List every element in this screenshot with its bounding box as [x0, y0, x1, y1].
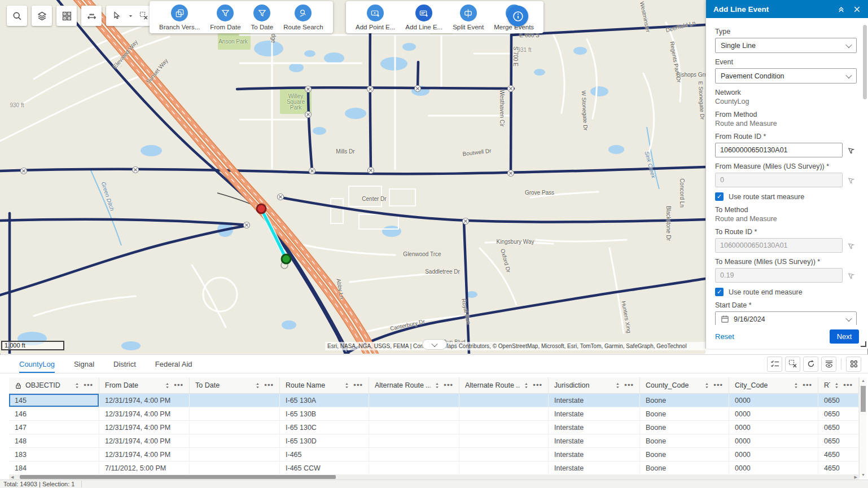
sort-icon[interactable]: [164, 382, 170, 389]
table-row[interactable]: 183 12/31/1974, 4:00 PM I-465 Interstate…: [9, 448, 859, 461]
chevron-down-icon: [845, 41, 852, 47]
routesearch-icon: [295, 5, 312, 21]
scale-bar: 1,000 ft: [1, 341, 64, 350]
tool-button[interactable]: Add Point E...: [350, 5, 400, 30]
column-menu-icon[interactable]: •••: [843, 384, 853, 387]
next-button[interactable]: Next: [830, 329, 859, 344]
tool-button[interactable]: Branch Vers...: [154, 5, 205, 30]
use-route-start-measure-checkbox[interactable]: ✓ Use route start measure: [715, 192, 857, 201]
column-menu-icon[interactable]: •••: [174, 384, 183, 387]
info-button[interactable]: [507, 6, 528, 27]
column-header[interactable]: City_Code •••: [729, 377, 818, 394]
column-menu-icon[interactable]: •••: [803, 384, 812, 387]
tab[interactable]: CountyLog: [19, 355, 55, 373]
column-header[interactable]: To Date •••: [190, 377, 280, 394]
tab[interactable]: Federal Aid: [155, 355, 192, 373]
panel-scrollbar[interactable]: [863, 21, 867, 333]
tab[interactable]: Signal: [74, 355, 94, 373]
sort-icon[interactable]: [255, 382, 261, 389]
sort-icon[interactable]: [834, 382, 840, 389]
clear-selection-button[interactable]: [139, 11, 148, 20]
table-row[interactable]: 184 7/11/2012, 5:00 PM I-465 CCW Interst…: [9, 461, 859, 475]
collapse-panel-button[interactable]: [835, 3, 847, 15]
column-header[interactable]: Jurisdiction •••: [549, 377, 640, 394]
tab[interactable]: District: [113, 355, 136, 373]
table-row[interactable]: 147 12/31/1974, 4:00 PM I-65 130C Inters…: [9, 421, 859, 434]
lock-icon: [15, 382, 22, 389]
from-route-id-input[interactable]: [715, 143, 843, 157]
sort-icon[interactable]: [74, 382, 80, 389]
search-button[interactable]: [7, 6, 27, 26]
sort-icon[interactable]: [615, 382, 621, 389]
column-menu-icon[interactable]: •••: [624, 384, 634, 387]
reset-button[interactable]: Reset: [715, 332, 734, 341]
basemap-button[interactable]: [56, 6, 77, 26]
column-menu-icon[interactable]: •••: [84, 384, 93, 387]
tool-button[interactable]: Route Search: [278, 5, 328, 30]
attribution-collapse-button[interactable]: [422, 339, 447, 350]
clear-table-selection-button[interactable]: [785, 357, 800, 372]
column-menu-icon[interactable]: •••: [353, 384, 363, 387]
column-menu-icon[interactable]: •••: [444, 384, 453, 387]
to-route-id-input[interactable]: [715, 238, 843, 253]
chevron-down-icon: [431, 340, 437, 346]
sort-icon[interactable]: [434, 382, 440, 389]
field-visibility-button[interactable]: [821, 357, 836, 372]
filters-tool-group: Branch Vers... From Date To Date Route S…: [150, 1, 333, 33]
tool-button[interactable]: From Date: [205, 5, 246, 30]
pick-from-measure-button[interactable]: [847, 175, 857, 185]
table-options-button[interactable]: [846, 357, 861, 372]
sort-icon[interactable]: [793, 382, 799, 389]
to-measure-input[interactable]: [715, 268, 843, 283]
table-row[interactable]: 148 12/31/1974, 4:00 PM I-65 130D Inters…: [9, 434, 859, 448]
record-count: Total: 14903 | Selection: 1: [3, 481, 82, 487]
table-toolbar: [767, 355, 868, 373]
sort-icon[interactable]: [523, 382, 529, 389]
sort-icon[interactable]: [704, 382, 710, 389]
sort-icon[interactable]: [344, 382, 350, 389]
eye-icon: [825, 359, 834, 368]
pick-to-measure-button[interactable]: [847, 270, 857, 280]
column-header[interactable]: OBJECTID •••: [9, 377, 99, 394]
from-measure-input[interactable]: [715, 173, 843, 187]
type-select[interactable]: Single Line: [715, 38, 857, 53]
close-panel-button[interactable]: [851, 3, 862, 15]
show-selected-records-button[interactable]: [767, 357, 782, 372]
table-vertical-scrollbar[interactable]: ▲ ▼: [859, 377, 866, 478]
table-row[interactable]: 145 12/31/1974, 4:00 PM I-65 130A Inters…: [9, 394, 859, 407]
measure-button[interactable]: [81, 6, 102, 26]
caret-down-icon[interactable]: [128, 13, 134, 19]
column-header[interactable]: RTEL •••: [818, 377, 859, 394]
attribute-table-section: CountyLogSignalDistrictFederal Aid OBJEC…: [0, 354, 868, 488]
select-tool-button[interactable]: [112, 11, 121, 20]
column-header[interactable]: Route Name •••: [280, 377, 369, 394]
pick-from-route-button[interactable]: [847, 145, 857, 155]
column-menu-icon[interactable]: •••: [533, 384, 542, 387]
pick-to-route-button[interactable]: [847, 240, 857, 250]
map-attribution: Esri, NASA, NGA, USGS, FEMA | Community …: [325, 342, 705, 350]
panel-resize-handle[interactable]: [861, 341, 866, 347]
measure-icon: [87, 11, 97, 21]
to-point-marker: [282, 254, 291, 263]
refresh-icon: [806, 359, 816, 368]
type-label: Type: [715, 28, 857, 36]
tool-button[interactable]: To Date: [246, 5, 279, 30]
map-canvas[interactable]: Elevated WaySunset WayAnson ParkWilleySq…: [0, 0, 705, 354]
column-header[interactable]: Alternate Route ... •••: [459, 377, 549, 394]
table-horizontal-scrollbar[interactable]: ◀ ▶: [9, 474, 859, 480]
column-menu-icon[interactable]: •••: [264, 384, 274, 387]
refresh-table-button[interactable]: [803, 357, 818, 372]
tool-button[interactable]: Add Line E...: [400, 5, 448, 30]
use-route-end-measure-checkbox[interactable]: ✓ Use route end measure: [715, 288, 857, 296]
split-icon: [460, 5, 477, 21]
layers-button[interactable]: [32, 6, 52, 26]
start-date-picker[interactable]: 9/16/2024: [715, 311, 857, 325]
column-header[interactable]: Alternate Route ... •••: [369, 377, 459, 394]
column-header[interactable]: County_Code •••: [640, 377, 729, 394]
column-menu-icon[interactable]: •••: [713, 384, 723, 387]
event-select[interactable]: Pavement Condition: [715, 68, 857, 83]
table-row[interactable]: 146 12/31/1974, 4:00 PM I-65 130B Inters…: [9, 407, 859, 421]
column-header[interactable]: From Date •••: [99, 377, 190, 394]
chevron-down-icon: [845, 72, 852, 78]
tool-button[interactable]: Split Event: [448, 5, 489, 30]
